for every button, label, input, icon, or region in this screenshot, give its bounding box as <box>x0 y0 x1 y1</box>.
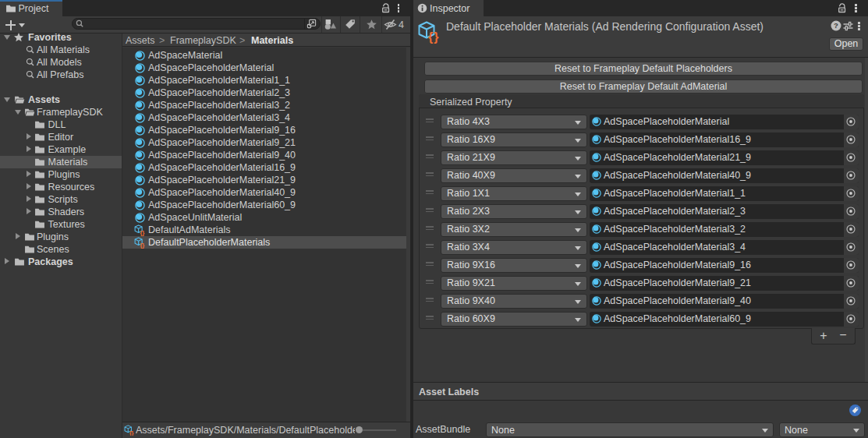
svg-text:?: ? <box>834 21 838 30</box>
